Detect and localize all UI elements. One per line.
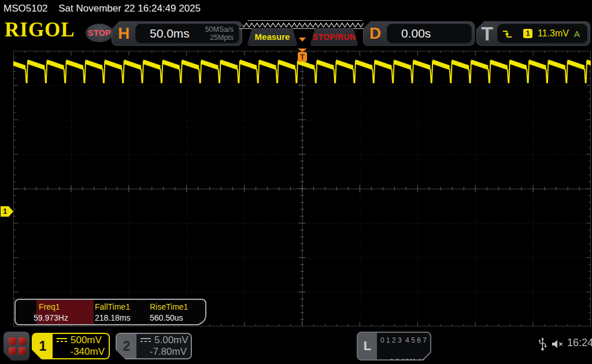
quick-menu-button[interactable]: [3, 332, 29, 361]
channel-bar: 1 500mV -340mV 2 5.00mV -7.80mV: [0, 329, 592, 364]
oscilloscope-screen: MSO5102 Sat November 22 16:24:49 2025 RI…: [0, 0, 592, 364]
measurement-item-freq[interactable]: Freq1 59.973Hz: [16, 300, 93, 324]
usb-icon: [538, 337, 547, 351]
trigger-source-badge: 1: [523, 29, 532, 38]
channel1-offset: -340mV: [70, 346, 105, 358]
acquisition-state-badge: STOP: [86, 24, 113, 42]
channel2-button[interactable]: 2 5.00mV -7.80mV: [116, 333, 192, 359]
logic-analyzer-button[interactable]: L 0 1 2 3 4 5 6 7 8 9 1011 12131415: [357, 332, 431, 361]
stop-run-button[interactable]: STOP/RUN: [310, 28, 358, 46]
measurement-value: 218.18ms: [95, 313, 130, 322]
ch1-waveform-trace: [13, 51, 591, 326]
logic-channels-row2: 8 9 1011 12131415: [390, 358, 449, 364]
horizontal-panel[interactable]: H 50.0ms 50MSa/s 25Mpts: [112, 21, 242, 46]
ch1-ground-marker[interactable]: 1: [1, 206, 13, 217]
delay-label: D: [364, 24, 387, 43]
timebase-value[interactable]: 50.0ms: [150, 27, 205, 40]
logic-channels-row1: 0 1 2 3 4 5 6 7: [380, 336, 427, 344]
trigger-level-value[interactable]: 11.3mV: [538, 28, 569, 39]
channel2-offset: -7.80mV: [150, 346, 187, 358]
status-bar: MSO5102 Sat November 22 16:24:49 2025: [0, 0, 592, 17]
measure-button[interactable]: Measure: [247, 28, 298, 46]
memory-zigzag-icon: [239, 21, 367, 29]
memory-depth: 25Mpts: [205, 34, 234, 42]
channel1-button[interactable]: 1 500mV -340mV: [32, 333, 110, 359]
clock-text: 16:24: [567, 337, 592, 349]
delay-panel[interactable]: D 0.00s: [363, 21, 475, 46]
menu-grid-icon: [9, 337, 26, 355]
ch1-dc-coupling-icon: [56, 337, 68, 344]
sample-rate: 50MSa/s: [205, 25, 234, 34]
memory-position-marker[interactable]: [299, 38, 306, 42]
waveform-display[interactable]: [13, 51, 591, 326]
sample-rate-info: 50MSa/s 25Mpts: [205, 25, 239, 42]
measurement-item-falltime[interactable]: FallTime1 218.18ms: [93, 300, 149, 324]
logic-label: L: [358, 333, 377, 359]
model-name: MSO5102: [3, 3, 48, 14]
delay-value[interactable]: 0.00s: [401, 27, 431, 40]
trigger-label: T: [477, 23, 497, 45]
measurement-label: RiseTime1: [150, 302, 188, 311]
trigger-sweep-mode: A: [574, 29, 580, 39]
measurement-label: FallTime1: [95, 302, 130, 311]
channel2-scale: 5.00mV: [154, 335, 188, 346]
channel1-number: 1: [33, 334, 53, 358]
measurement-value: 59.973Hz: [34, 313, 68, 322]
measurement-item-risetime[interactable]: RiseTime1 560.50us: [148, 300, 206, 324]
header-bar: RIGOL STOP H 50.0ms 50MSa/s 25Mpts Measu…: [0, 17, 592, 49]
trigger-position-t-badge: T: [298, 52, 307, 62]
trigger-slope-falling-icon: [502, 29, 512, 38]
trigger-panel[interactable]: T 1 11.3mV A: [476, 21, 590, 46]
ch2-dc-coupling-icon: [140, 337, 151, 344]
measurement-value: 560.50us: [150, 313, 183, 322]
measurement-results-box: Freq1 59.973Hz FallTime1 218.18ms RiseTi…: [14, 299, 206, 325]
waveform-memory-bar[interactable]: [239, 20, 367, 29]
measurement-label: Freq1: [39, 302, 60, 311]
channel2-number: 2: [117, 334, 136, 358]
trigger-position-marker[interactable]: T: [297, 49, 308, 62]
rigol-logo: RIGOL: [5, 18, 75, 42]
speaker-muted-icon[interactable]: [551, 339, 565, 349]
channel1-scale: 500mV: [71, 335, 102, 346]
datetime-text: Sat November 22 16:24:49 2025: [58, 3, 201, 14]
horizontal-label: H: [112, 24, 135, 43]
